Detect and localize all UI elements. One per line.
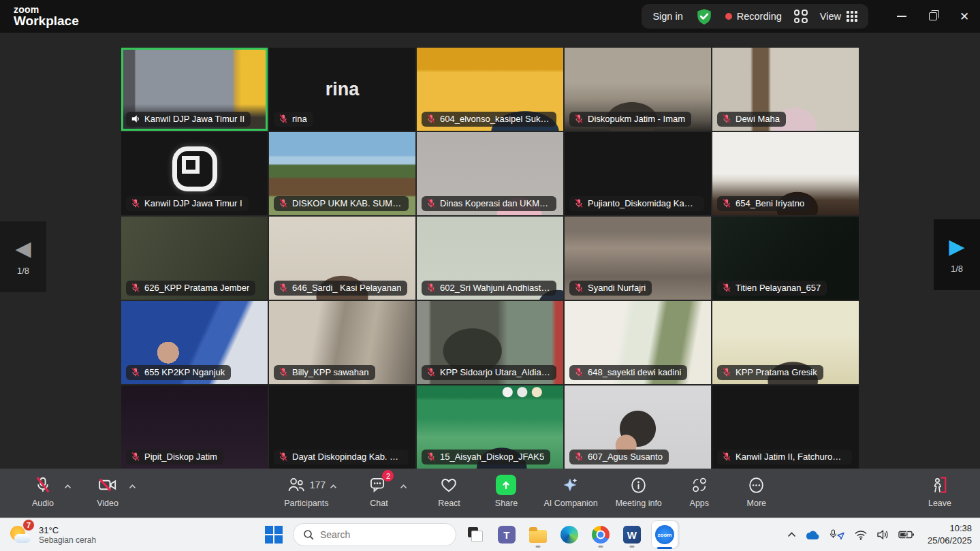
muted-mic-icon bbox=[722, 114, 731, 124]
close-button[interactable]: ✕ bbox=[949, 0, 980, 33]
kanwil-logo bbox=[172, 146, 217, 191]
participant-name: Kanwil DJP Jawa Timur I bbox=[144, 198, 242, 208]
participant-tile[interactable]: 15_Aisyah_Diskop_JFAK5 bbox=[417, 385, 563, 469]
previous-page-button[interactable]: ◀ 1/8 bbox=[0, 221, 46, 292]
search-input[interactable] bbox=[320, 529, 436, 540]
muted-mic-icon bbox=[131, 452, 140, 462]
participant-nameplate: 648_sayekti dewi kadini bbox=[569, 365, 687, 380]
participant-nameplate: KPP Sidoarjo Utara_Aldian … bbox=[422, 365, 556, 380]
audio-button[interactable]: Audio bbox=[23, 469, 63, 518]
participants-button[interactable]: 177 Participants bbox=[284, 469, 328, 518]
security-shield-icon[interactable] bbox=[695, 7, 713, 25]
participant-tile[interactable]: Diskopukm Jatim - Imam bbox=[565, 48, 711, 131]
taskbar-clock[interactable]: 10:38 25/06/2025 bbox=[928, 522, 972, 546]
participant-nameplate: Kanwil DJP Jawa Timur I bbox=[126, 196, 249, 211]
onedrive-icon[interactable] bbox=[805, 530, 820, 540]
wifi-icon[interactable] bbox=[854, 530, 868, 540]
participant-tile[interactable]: Dinas Koperasi dan UKM Pr… bbox=[417, 132, 563, 215]
word-app-button[interactable]: W bbox=[620, 521, 644, 548]
active-speaker-icon bbox=[131, 114, 140, 124]
participant-tile[interactable]: 607_Agus Susanto bbox=[565, 385, 711, 469]
sign-in-button[interactable]: Sign in bbox=[652, 11, 682, 22]
weather-widget[interactable]: 7 31°C Sebagian cerah bbox=[10, 523, 153, 546]
task-view-button[interactable] bbox=[463, 521, 488, 548]
edge-app-button[interactable] bbox=[557, 521, 582, 548]
participant-name: 602_Sri Wahjuni Andhiastuti bbox=[440, 283, 550, 293]
leave-button[interactable]: Leave bbox=[920, 469, 960, 518]
share-button[interactable]: Share bbox=[486, 469, 526, 518]
participant-tile[interactable]: Kanwil DJP Jawa Timur I bbox=[121, 132, 268, 215]
participant-tile[interactable]: Titien Pelayanan_657 bbox=[712, 217, 859, 300]
participant-nameplate: Dinas Koperasi dan UKM Pr… bbox=[422, 196, 556, 211]
participant-tile[interactable]: KPP Pratama Gresik bbox=[712, 301, 859, 384]
participant-tile[interactable]: 602_Sri Wahjuni Andhiastuti bbox=[417, 217, 563, 300]
participant-tile[interactable]: KPP Sidoarjo Utara_Aldian … bbox=[417, 301, 563, 384]
participant-nameplate: Dewi Maha bbox=[717, 112, 786, 127]
apps-label: Apps bbox=[690, 499, 710, 508]
file-explorer-button[interactable] bbox=[526, 521, 550, 548]
muted-mic-icon bbox=[279, 452, 288, 462]
chrome-app-button[interactable] bbox=[588, 521, 613, 548]
edge-icon bbox=[560, 526, 578, 544]
participant-tile[interactable]: Dayat Diskopindag Kab. Sa… bbox=[269, 385, 415, 469]
participants-label: Participants bbox=[284, 499, 328, 508]
logo-workplace-text: Workplace bbox=[14, 14, 79, 27]
mic-location-icon[interactable] bbox=[829, 529, 845, 541]
participant-tile[interactable]: 646_Sardi_ Kasi Pelayanan bbox=[269, 217, 415, 300]
taskbar-search[interactable] bbox=[293, 523, 456, 546]
participant-tile[interactable]: Pipit_Diskop Jatim bbox=[121, 385, 268, 469]
participant-tile[interactable]: Syandi Nurfajri bbox=[565, 217, 711, 300]
participant-tile[interactable]: 655 KP2KP Nganjuk bbox=[121, 301, 268, 384]
gallery-layout-icon[interactable] bbox=[794, 10, 808, 23]
participant-grid: Kanwil DJP Jawa Timur II rina rina bbox=[121, 48, 859, 469]
participant-tile[interactable]: Pujianto_Diskomidag Kab Tr… bbox=[565, 132, 711, 215]
muted-mic-icon bbox=[131, 283, 140, 293]
view-button[interactable]: View bbox=[820, 11, 857, 22]
participant-name: Dewi Maha bbox=[736, 114, 780, 124]
participant-tile[interactable]: 648_sayekti dewi kadini bbox=[565, 301, 711, 384]
minimize-button[interactable] bbox=[886, 0, 917, 33]
participants-icon bbox=[287, 477, 305, 493]
participant-tile[interactable]: Billy_KPP sawahan bbox=[269, 301, 415, 384]
participant-nameplate: DISKOP UKM KAB. SUMENE… bbox=[274, 196, 409, 211]
video-options-caret[interactable] bbox=[129, 479, 136, 492]
battery-icon[interactable] bbox=[898, 530, 915, 539]
participant-nameplate: Titien Pelayanan_657 bbox=[717, 281, 827, 296]
participant-tile[interactable]: 604_elvonso_kasipel Sukom… bbox=[417, 48, 563, 131]
previous-page-arrow-icon: ◀ bbox=[15, 238, 31, 259]
participant-tile[interactable]: Kanwil Jatim II, Fatchurohma… bbox=[712, 385, 859, 469]
taskbar-center: T W zoom bbox=[153, 520, 787, 549]
react-button[interactable]: React bbox=[429, 469, 469, 518]
muted-mic-icon bbox=[426, 283, 436, 293]
muted-mic-icon bbox=[426, 114, 436, 124]
participant-tile[interactable]: Kanwil DJP Jawa Timur II bbox=[121, 48, 268, 131]
participants-options-caret[interactable] bbox=[330, 479, 337, 492]
next-page-button[interactable]: ▶ 1/8 bbox=[934, 219, 980, 290]
restore-button[interactable] bbox=[917, 0, 949, 33]
share-label: Share bbox=[495, 499, 518, 508]
video-button[interactable]: Video bbox=[88, 469, 127, 518]
participant-tile[interactable]: Dewi Maha bbox=[712, 48, 859, 131]
start-button[interactable] bbox=[262, 521, 286, 548]
recording-indicator[interactable]: Recording bbox=[725, 11, 782, 22]
recording-dot-icon bbox=[725, 13, 732, 20]
tray-chevron-icon[interactable] bbox=[787, 532, 796, 537]
audio-options-caret[interactable] bbox=[64, 479, 72, 492]
participant-tile[interactable]: 654_Beni Iriyatno bbox=[712, 132, 859, 215]
video-gallery: ◀ 1/8 Kanwil DJP Jawa Timur II bbox=[0, 33, 980, 469]
chat-button[interactable]: 2 Chat bbox=[359, 469, 398, 518]
participant-tile[interactable]: rina rina bbox=[269, 48, 415, 131]
zoom-app-button[interactable]: zoom bbox=[651, 520, 678, 549]
chat-label: Chat bbox=[370, 499, 388, 508]
ai-companion-button[interactable]: AI Companion bbox=[543, 469, 597, 518]
meeting-info-button[interactable]: Meeting info bbox=[616, 469, 662, 518]
participant-tile[interactable]: DISKOP UKM KAB. SUMENE… bbox=[269, 132, 415, 215]
participant-tile[interactable]: 626_KPP Pratama Jember bbox=[121, 217, 268, 300]
speaker-icon[interactable] bbox=[876, 529, 889, 540]
chat-options-caret[interactable] bbox=[400, 479, 407, 492]
more-button[interactable]: More bbox=[737, 469, 776, 518]
share-icon bbox=[496, 475, 516, 495]
apps-button[interactable]: Apps bbox=[680, 469, 719, 518]
teams-app-button[interactable]: T bbox=[494, 521, 519, 548]
participant-name: 648_sayekti dewi kadini bbox=[588, 367, 681, 377]
